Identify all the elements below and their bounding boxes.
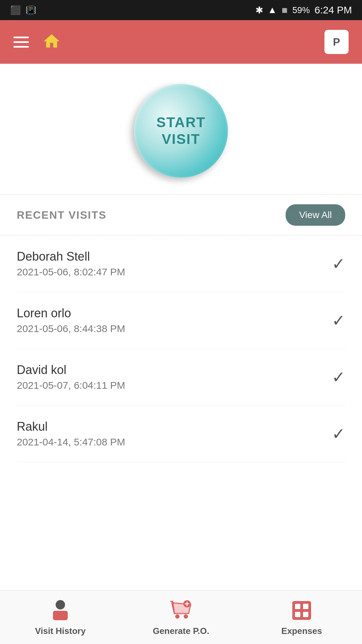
battery-level: 59%: [292, 5, 310, 15]
hamburger-line-1: [13, 37, 29, 38]
wifi-icon: ▲: [268, 5, 277, 15]
main-content: START VISIT RECENT VISITS View All Debor…: [0, 64, 362, 644]
hamburger-line-3: [13, 46, 29, 48]
expenses-icon: [291, 600, 312, 621]
visit-list: Deborah Stell 2021-05-06, 8:02:47 PM ✓ L…: [0, 235, 362, 462]
visit-name-2: Loren orlo: [17, 306, 125, 320]
nav-left: [13, 32, 61, 52]
svg-rect-11: [303, 604, 308, 609]
start-visit-wrapper: START VISIT: [134, 84, 228, 178]
check-icon-3: ✓: [332, 368, 345, 386]
section-title: RECENT VISITS: [17, 209, 107, 221]
visit-date-3: 2021-05-07, 6:04:11 PM: [17, 380, 125, 391]
home-icon: [42, 32, 61, 51]
svg-rect-12: [295, 612, 300, 617]
bluetooth-icon: ✱: [255, 5, 263, 16]
visit-date-4: 2021-04-14, 5:47:08 PM: [17, 436, 125, 448]
start-visit-button[interactable]: START VISIT: [134, 84, 228, 178]
visit-info-4: Rakul 2021-04-14, 5:47:08 PM: [17, 420, 125, 448]
check-icon-1: ✓: [332, 254, 345, 273]
svg-rect-9: [292, 601, 311, 620]
check-icon-4: ✓: [332, 424, 345, 443]
profile-button[interactable]: P: [324, 30, 349, 54]
profile-initial: P: [333, 36, 340, 48]
bottom-nav: Visit History Generate P.O.: [0, 590, 362, 644]
expenses-icon-container: [290, 598, 314, 623]
visit-item[interactable]: Deborah Stell 2021-05-06, 8:02:47 PM ✓: [17, 235, 345, 292]
visit-history-icon-container: [48, 598, 72, 623]
start-visit-text: START VISIT: [157, 114, 206, 148]
notification-icon: 📳: [25, 5, 36, 15]
svg-rect-10: [295, 604, 300, 609]
section-header: RECENT VISITS View All: [0, 195, 362, 235]
view-all-button[interactable]: View All: [286, 204, 345, 226]
svg-point-0: [56, 600, 65, 609]
visit-item[interactable]: Rakul 2021-04-14, 5:47:08 PM ✓: [17, 406, 345, 462]
svg-rect-1: [53, 611, 68, 620]
visit-name-3: David kol: [17, 363, 125, 377]
svg-point-4: [175, 614, 180, 619]
expenses-label: Expenses: [281, 626, 322, 636]
status-bar: ⬛ 📳 ✱ ▲ ◼ 59% 6:24 PM: [0, 0, 362, 20]
visit-info-2: Loren orlo 2021-05-06, 8:44:38 PM: [17, 306, 125, 334]
visit-item[interactable]: David kol 2021-05-07, 6:04:11 PM ✓: [17, 349, 345, 406]
nav-item-visit-history[interactable]: Visit History: [0, 598, 121, 636]
visit-name-4: Rakul: [17, 420, 125, 434]
nav-item-generate-po[interactable]: Generate P.O.: [121, 598, 241, 636]
status-bar-left: ⬛ 📳: [10, 5, 36, 15]
photo-icon: ⬛: [10, 5, 21, 15]
visit-info-3: David kol 2021-05-07, 6:04:11 PM: [17, 363, 125, 391]
visit-info-1: Deborah Stell 2021-05-06, 8:02:47 PM: [17, 250, 125, 278]
nav-item-expenses[interactable]: Expenses: [241, 598, 362, 636]
top-nav: P: [0, 20, 362, 64]
generate-po-icon-container: [169, 598, 193, 623]
person-icon: [50, 599, 70, 622]
hamburger-line-2: [13, 41, 29, 43]
home-button[interactable]: [42, 32, 61, 52]
check-icon-2: ✓: [332, 311, 345, 330]
visit-name-1: Deborah Stell: [17, 250, 125, 264]
svg-rect-13: [303, 612, 308, 617]
signal-icon: ◼: [282, 6, 288, 14]
status-bar-right: ✱ ▲ ◼ 59% 6:24 PM: [255, 4, 352, 16]
visit-date-1: 2021-05-06, 8:02:47 PM: [17, 266, 125, 278]
generate-po-label: Generate P.O.: [153, 626, 209, 636]
svg-point-5: [184, 614, 188, 619]
hamburger-menu-button[interactable]: [13, 37, 29, 48]
visit-history-label: Visit History: [35, 626, 85, 636]
cart-icon: [169, 598, 193, 623]
visit-date-2: 2021-05-06, 8:44:38 PM: [17, 323, 125, 334]
time-display: 6:24 PM: [314, 4, 352, 16]
visit-item[interactable]: Loren orlo 2021-05-06, 8:44:38 PM ✓: [17, 292, 345, 349]
